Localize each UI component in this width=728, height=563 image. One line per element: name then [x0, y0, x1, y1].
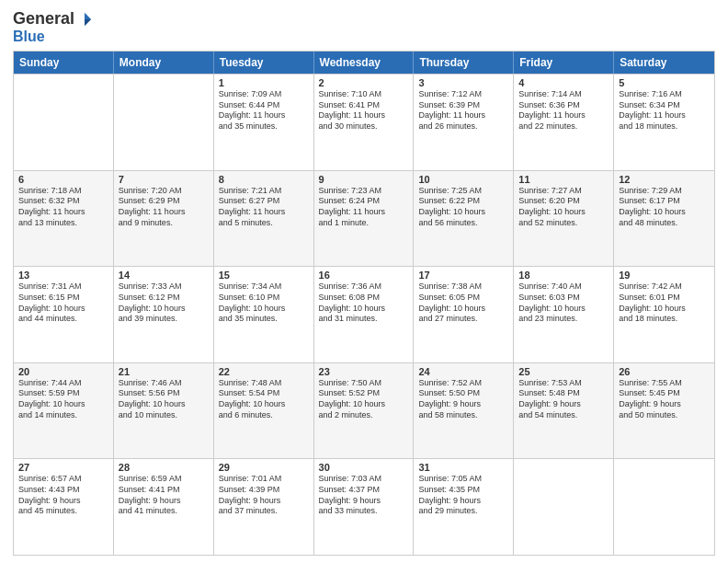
cal-cell-4-5 — [514, 459, 614, 555]
cal-cell-1-1: 7Sunrise: 7:20 AM Sunset: 6:29 PM Daylig… — [114, 171, 214, 267]
cell-info: Sunrise: 7:34 AM Sunset: 6:10 PM Dayligh… — [219, 282, 309, 325]
cal-cell-2-4: 17Sunrise: 7:38 AM Sunset: 6:05 PM Dayli… — [414, 267, 514, 362]
cell-info: Sunrise: 7:23 AM Sunset: 6:24 PM Dayligh… — [319, 186, 409, 229]
cal-cell-4-0: 27Sunrise: 6:57 AM Sunset: 4:43 PM Dayli… — [14, 459, 114, 555]
day-number: 3 — [418, 77, 508, 88]
cell-info: Sunrise: 7:10 AM Sunset: 6:41 PM Dayligh… — [319, 89, 409, 132]
cal-cell-0-6: 5Sunrise: 7:16 AM Sunset: 6:34 PM Daylig… — [614, 75, 714, 170]
cal-cell-1-0: 6Sunrise: 7:18 AM Sunset: 6:32 PM Daylig… — [14, 171, 114, 267]
cell-info: Sunrise: 7:14 AM Sunset: 6:36 PM Dayligh… — [518, 89, 609, 132]
day-number: 10 — [418, 174, 508, 185]
cell-info: Sunrise: 7:01 AM Sunset: 4:39 PM Dayligh… — [219, 474, 309, 517]
cell-info: Sunrise: 7:40 AM Sunset: 6:03 PM Dayligh… — [518, 282, 609, 325]
cal-cell-2-0: 13Sunrise: 7:31 AM Sunset: 6:15 PM Dayli… — [14, 267, 114, 362]
calendar-page: General Blue SundayMondayTuesdayWednesda… — [0, 0, 728, 563]
day-number: 27 — [18, 462, 108, 473]
cal-cell-2-6: 19Sunrise: 7:42 AM Sunset: 6:01 PM Dayli… — [614, 267, 714, 362]
cal-cell-1-2: 8Sunrise: 7:21 AM Sunset: 6:27 PM Daylig… — [214, 171, 314, 267]
cal-cell-0-4: 3Sunrise: 7:12 AM Sunset: 6:39 PM Daylig… — [414, 75, 514, 170]
logo: General Blue — [13, 9, 93, 45]
logo-blue-text: Blue — [13, 29, 45, 44]
day-number: 2 — [319, 77, 409, 88]
day-number: 5 — [619, 77, 710, 88]
day-number: 24 — [418, 366, 508, 377]
cell-info: Sunrise: 7:52 AM Sunset: 5:50 PM Dayligh… — [418, 378, 508, 421]
day-number: 22 — [219, 366, 309, 377]
day-number: 11 — [518, 174, 609, 185]
cell-info: Sunrise: 7:31 AM Sunset: 6:15 PM Dayligh… — [18, 282, 108, 325]
cal-cell-3-3: 23Sunrise: 7:50 AM Sunset: 5:52 PM Dayli… — [314, 363, 415, 459]
calendar-row-2: 13Sunrise: 7:31 AM Sunset: 6:15 PM Dayli… — [14, 266, 714, 362]
cal-cell-3-2: 22Sunrise: 7:48 AM Sunset: 5:54 PM Dayli… — [214, 363, 314, 459]
day-number: 28 — [119, 462, 209, 473]
day-header-monday: Monday — [114, 52, 214, 74]
day-number: 21 — [119, 366, 209, 377]
cal-cell-3-1: 21Sunrise: 7:46 AM Sunset: 5:56 PM Dayli… — [114, 363, 214, 459]
day-number: 23 — [319, 366, 409, 377]
day-number: 7 — [119, 174, 209, 185]
cal-cell-4-2: 29Sunrise: 7:01 AM Sunset: 4:39 PM Dayli… — [214, 459, 314, 555]
cell-info: Sunrise: 7:36 AM Sunset: 6:08 PM Dayligh… — [319, 282, 409, 325]
day-number: 20 — [18, 366, 108, 377]
cell-info: Sunrise: 7:44 AM Sunset: 5:59 PM Dayligh… — [18, 378, 108, 421]
cal-cell-1-5: 11Sunrise: 7:27 AM Sunset: 6:20 PM Dayli… — [514, 171, 614, 267]
day-header-friday: Friday — [514, 52, 614, 74]
cell-info: Sunrise: 6:59 AM Sunset: 4:41 PM Dayligh… — [119, 474, 209, 517]
calendar-body: 1Sunrise: 7:09 AM Sunset: 6:44 PM Daylig… — [14, 74, 714, 555]
calendar-row-3: 20Sunrise: 7:44 AM Sunset: 5:59 PM Dayli… — [14, 362, 714, 459]
day-number: 25 — [518, 366, 609, 377]
day-number: 19 — [619, 270, 710, 281]
cal-cell-0-0 — [14, 75, 114, 170]
day-number: 16 — [319, 270, 409, 281]
cell-info: Sunrise: 7:09 AM Sunset: 6:44 PM Dayligh… — [219, 89, 309, 132]
calendar-row-0: 1Sunrise: 7:09 AM Sunset: 6:44 PM Daylig… — [14, 74, 714, 170]
cell-info: Sunrise: 7:42 AM Sunset: 6:01 PM Dayligh… — [619, 282, 710, 325]
cell-info: Sunrise: 7:05 AM Sunset: 4:35 PM Dayligh… — [418, 474, 508, 517]
day-header-sunday: Sunday — [14, 52, 114, 74]
day-number: 15 — [219, 270, 309, 281]
cal-cell-0-3: 2Sunrise: 7:10 AM Sunset: 6:41 PM Daylig… — [314, 75, 415, 170]
calendar-header-row: SundayMondayTuesdayWednesdayThursdayFrid… — [14, 52, 714, 74]
day-header-saturday: Saturday — [614, 52, 714, 74]
cell-info: Sunrise: 7:33 AM Sunset: 6:12 PM Dayligh… — [119, 282, 209, 325]
calendar-row-1: 6Sunrise: 7:18 AM Sunset: 6:32 PM Daylig… — [14, 170, 714, 267]
cal-cell-2-1: 14Sunrise: 7:33 AM Sunset: 6:12 PM Dayli… — [114, 267, 214, 362]
cell-info: Sunrise: 7:25 AM Sunset: 6:22 PM Dayligh… — [418, 186, 508, 229]
cal-cell-3-4: 24Sunrise: 7:52 AM Sunset: 5:50 PM Dayli… — [414, 363, 514, 459]
logo-icon — [76, 11, 93, 28]
cell-info: Sunrise: 7:50 AM Sunset: 5:52 PM Dayligh… — [319, 378, 409, 421]
cell-info: Sunrise: 7:55 AM Sunset: 5:45 PM Dayligh… — [619, 378, 710, 421]
cal-cell-1-3: 9Sunrise: 7:23 AM Sunset: 6:24 PM Daylig… — [314, 171, 415, 267]
day-number: 18 — [518, 270, 609, 281]
svg-marker-0 — [85, 12, 91, 18]
cell-info: Sunrise: 6:57 AM Sunset: 4:43 PM Dayligh… — [18, 474, 108, 517]
day-header-thursday: Thursday — [414, 52, 514, 74]
day-number: 6 — [18, 174, 108, 185]
cal-cell-3-5: 25Sunrise: 7:53 AM Sunset: 5:48 PM Dayli… — [514, 363, 614, 459]
day-number: 12 — [619, 174, 710, 185]
day-number: 31 — [418, 462, 508, 473]
day-number: 9 — [319, 174, 409, 185]
cal-cell-2-3: 16Sunrise: 7:36 AM Sunset: 6:08 PM Dayli… — [314, 267, 415, 362]
cell-info: Sunrise: 7:29 AM Sunset: 6:17 PM Dayligh… — [619, 186, 710, 229]
day-number: 29 — [219, 462, 309, 473]
day-header-wednesday: Wednesday — [314, 52, 415, 74]
cal-cell-2-2: 15Sunrise: 7:34 AM Sunset: 6:10 PM Dayli… — [214, 267, 314, 362]
day-number: 17 — [418, 270, 508, 281]
calendar: SundayMondayTuesdayWednesdayThursdayFrid… — [13, 51, 715, 556]
day-number: 1 — [219, 77, 309, 88]
day-number: 26 — [619, 366, 710, 377]
cal-cell-2-5: 18Sunrise: 7:40 AM Sunset: 6:03 PM Dayli… — [514, 267, 614, 362]
cell-info: Sunrise: 7:46 AM Sunset: 5:56 PM Dayligh… — [119, 378, 209, 421]
cal-cell-1-4: 10Sunrise: 7:25 AM Sunset: 6:22 PM Dayli… — [414, 171, 514, 267]
calendar-row-4: 27Sunrise: 6:57 AM Sunset: 4:43 PM Dayli… — [14, 458, 714, 555]
day-header-tuesday: Tuesday — [214, 52, 314, 74]
cell-info: Sunrise: 7:48 AM Sunset: 5:54 PM Dayligh… — [219, 378, 309, 421]
cell-info: Sunrise: 7:18 AM Sunset: 6:32 PM Dayligh… — [18, 186, 108, 229]
logo-general-text: General — [13, 9, 74, 29]
cell-info: Sunrise: 7:27 AM Sunset: 6:20 PM Dayligh… — [518, 186, 609, 229]
cell-info: Sunrise: 7:03 AM Sunset: 4:37 PM Dayligh… — [319, 474, 409, 517]
day-number: 4 — [518, 77, 609, 88]
cal-cell-4-3: 30Sunrise: 7:03 AM Sunset: 4:37 PM Dayli… — [314, 459, 415, 555]
cell-info: Sunrise: 7:12 AM Sunset: 6:39 PM Dayligh… — [418, 89, 508, 132]
